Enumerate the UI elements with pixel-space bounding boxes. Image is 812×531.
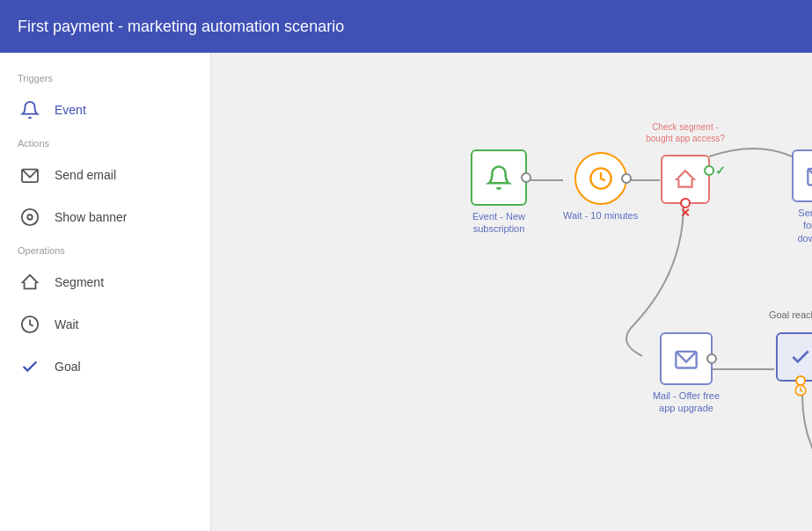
mail-upgrade-box	[660, 332, 713, 385]
svg-point-1	[22, 209, 38, 225]
actions-section-label: Actions	[0, 131, 210, 154]
sidebar-item-event[interactable]: Event	[0, 89, 210, 131]
event-box	[471, 149, 527, 206]
wait-connector-right	[621, 173, 632, 184]
wait-box	[574, 152, 627, 205]
goal-icon	[18, 354, 42, 379]
triggers-section-label: Triggers	[0, 66, 210, 89]
page-header: First payment - marketing automation sce…	[0, 0, 812, 53]
sidebar-item-wait[interactable]: Wait	[0, 303, 210, 346]
sidebar-send-email-label: Send email	[55, 168, 116, 182]
sidebar-item-send-email[interactable]: Send email	[0, 154, 210, 196]
sidebar-show-banner-label: Show banner	[55, 210, 128, 224]
node-goal[interactable]: Goal reached? ✓	[776, 332, 812, 397]
segment-box: Check segment -bought app access? ✓ ✕	[661, 155, 710, 204]
sidebar-segment-label: Segment	[55, 275, 104, 289]
mail-upgrade-connector-right	[706, 353, 717, 364]
mail-link-box	[792, 149, 812, 202]
event-connector-right	[521, 172, 531, 183]
segment-top-label: Check segment -bought app access?	[646, 121, 725, 144]
operations-section-label: Operations	[0, 238, 210, 261]
goal-top-label: Goal reached?	[769, 309, 812, 320]
goal-box: Goal reached? ✓	[776, 332, 812, 382]
check-mark: ✓	[715, 164, 726, 178]
sidebar-event-label: Event	[55, 103, 86, 117]
wait-label: Wait - 10 minutes	[563, 209, 638, 222]
page-title: First payment - marketing automation sce…	[18, 18, 344, 36]
cross-mark: ✕	[680, 206, 691, 220]
sidebar-goal-label: Goal	[55, 360, 81, 374]
goal-clock-mark	[794, 384, 807, 399]
event-label: Event - New subscription	[459, 210, 538, 236]
node-mail-link[interactable]: Send link for app download	[792, 149, 812, 244]
sidebar: Triggers Event Actions Send email	[0, 53, 211, 531]
mail-icon	[18, 163, 42, 187]
node-wait[interactable]: Wait - 10 minutes	[563, 152, 638, 222]
node-event[interactable]: Event - New subscription	[459, 149, 538, 236]
mail-link-label: Send link for app download	[792, 207, 812, 244]
segment-icon	[18, 270, 42, 295]
svg-point-2	[27, 215, 33, 220]
segment-connector-top-right	[704, 165, 714, 176]
canvas: Event - New subscription Wait - 10 minut…	[211, 53, 812, 531]
wait-icon	[18, 312, 42, 337]
sidebar-wait-label: Wait	[55, 317, 78, 331]
node-mail-upgrade[interactable]: Mail - Offer free app upgrade	[647, 332, 726, 415]
sidebar-item-goal[interactable]: Goal	[0, 346, 210, 388]
banner-icon	[18, 205, 42, 229]
node-segment[interactable]: Check segment -bought app access? ✓ ✕	[661, 155, 710, 220]
main-layout: Triggers Event Actions Send email	[0, 53, 812, 531]
bell-icon	[18, 98, 42, 122]
sidebar-item-show-banner[interactable]: Show banner	[0, 196, 210, 238]
sidebar-item-segment[interactable]: Segment	[0, 261, 210, 303]
mail-upgrade-label: Mail - Offer free app upgrade	[647, 389, 726, 415]
